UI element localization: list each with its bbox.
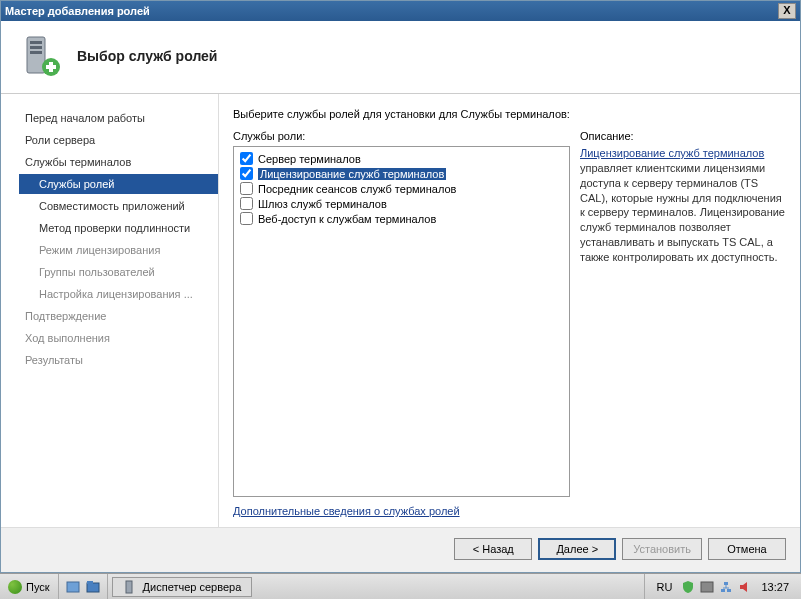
- role-checkbox[interactable]: [240, 152, 253, 165]
- sidebar-item: Группы пользователей: [19, 262, 218, 282]
- content-columns: Службы роли: Сервер терминаловЛицензиров…: [233, 130, 786, 517]
- role-item[interactable]: Шлюз служб терминалов: [240, 196, 563, 211]
- sidebar-nav: Перед началом работыРоли сервераСлужбы т…: [1, 94, 219, 527]
- window-title: Мастер добавления ролей: [5, 5, 778, 17]
- svg-rect-14: [724, 582, 728, 585]
- volume-icon[interactable]: [738, 580, 752, 594]
- roles-column: Службы роли: Сервер терминаловЛицензиров…: [233, 130, 570, 517]
- start-label: Пуск: [26, 581, 50, 593]
- role-label: Посредник сеансов служб терминалов: [258, 183, 456, 195]
- language-indicator[interactable]: RU: [653, 581, 677, 593]
- role-checkbox[interactable]: [240, 167, 253, 180]
- server-manager-icon: [123, 580, 137, 594]
- sidebar-item: Режим лицензирования: [19, 240, 218, 260]
- sidebar-item[interactable]: Роли сервера: [19, 130, 218, 150]
- sidebar-item[interactable]: Перед началом работы: [19, 108, 218, 128]
- vm-icon[interactable]: [700, 580, 714, 594]
- svg-rect-10: [126, 581, 132, 593]
- description-body: управляет клиентскими лицензиями доступа…: [580, 162, 785, 263]
- svg-rect-1: [30, 41, 42, 44]
- role-item[interactable]: Сервер терминалов: [240, 151, 563, 166]
- sidebar-item: Результаты: [19, 350, 218, 370]
- description-column: Описание: Лицензирование служб терминало…: [580, 130, 786, 517]
- clock[interactable]: 13:27: [757, 581, 793, 593]
- role-checkbox[interactable]: [240, 182, 253, 195]
- more-info-link[interactable]: Дополнительные сведения о службах ролей: [233, 505, 460, 517]
- description-link[interactable]: Лицензирование служб терминалов: [580, 147, 764, 159]
- sidebar-item[interactable]: Совместимость приложений: [19, 196, 218, 216]
- description-text: Лицензирование служб терминалов управляе…: [580, 146, 786, 265]
- taskbar-task[interactable]: Диспетчер сервера: [112, 577, 253, 597]
- install-button[interactable]: Установить: [622, 538, 702, 560]
- page-title: Выбор служб ролей: [77, 48, 217, 64]
- shield-icon[interactable]: [681, 580, 695, 594]
- task-label: Диспетчер сервера: [143, 581, 242, 593]
- wizard-header: Выбор служб ролей: [1, 21, 800, 94]
- cancel-button[interactable]: Отмена: [708, 538, 786, 560]
- description-label: Описание:: [580, 130, 786, 142]
- svg-rect-3: [30, 51, 42, 54]
- quick-launch: [59, 574, 108, 599]
- role-checkbox[interactable]: [240, 197, 253, 210]
- role-label: Шлюз служб терминалов: [258, 198, 387, 210]
- svg-rect-11: [701, 582, 713, 592]
- sidebar-item[interactable]: Службы терминалов: [19, 152, 218, 172]
- back-button[interactable]: < Назад: [454, 538, 532, 560]
- svg-rect-9: [87, 581, 93, 584]
- sidebar-item: Подтверждение: [19, 306, 218, 326]
- sidebar-item[interactable]: Службы ролей: [19, 174, 218, 194]
- sidebar-item: Ход выполнения: [19, 328, 218, 348]
- wizard-window: Мастер добавления ролей X Выбор служб ро…: [0, 0, 801, 573]
- svg-rect-12: [721, 589, 725, 592]
- role-item[interactable]: Веб-доступ к службам терминалов: [240, 211, 563, 226]
- main-panel: Выберите службы ролей для установки для …: [219, 94, 800, 527]
- roles-listbox[interactable]: Сервер терминаловЛицензирование служб те…: [233, 146, 570, 497]
- explorer-icon[interactable]: [85, 579, 101, 595]
- svg-rect-8: [87, 583, 99, 592]
- role-checkbox[interactable]: [240, 212, 253, 225]
- start-button[interactable]: Пуск: [0, 574, 59, 599]
- show-desktop-icon[interactable]: [65, 579, 81, 595]
- wizard-body: Перед началом работыРоли сервераСлужбы т…: [1, 94, 800, 527]
- server-role-icon: [17, 33, 63, 79]
- windows-orb-icon: [8, 580, 22, 594]
- instruction-text: Выберите службы ролей для установки для …: [233, 108, 786, 120]
- wizard-footer: < Назад Далее > Установить Отмена: [1, 527, 800, 572]
- role-label: Веб-доступ к службам терминалов: [258, 213, 436, 225]
- close-button[interactable]: X: [778, 3, 796, 19]
- network-icon[interactable]: [719, 580, 733, 594]
- next-button[interactable]: Далее >: [538, 538, 616, 560]
- role-item[interactable]: Посредник сеансов служб терминалов: [240, 181, 563, 196]
- role-item[interactable]: Лицензирование служб терминалов: [240, 166, 563, 181]
- sidebar-item: Настройка лицензирования ...: [19, 284, 218, 304]
- role-label: Лицензирование служб терминалов: [258, 168, 446, 180]
- more-info: Дополнительные сведения о службах ролей: [233, 505, 570, 517]
- svg-rect-6: [46, 65, 56, 69]
- system-tray: RU 13:27: [644, 574, 801, 599]
- svg-rect-2: [30, 46, 42, 49]
- sidebar-item[interactable]: Метод проверки подлинности: [19, 218, 218, 238]
- roles-label: Службы роли:: [233, 130, 570, 142]
- titlebar: Мастер добавления ролей X: [1, 1, 800, 21]
- svg-rect-13: [727, 589, 731, 592]
- svg-rect-7: [67, 582, 79, 592]
- taskbar: Пуск Диспетчер сервера RU 13:27: [0, 573, 801, 599]
- role-label: Сервер терминалов: [258, 153, 361, 165]
